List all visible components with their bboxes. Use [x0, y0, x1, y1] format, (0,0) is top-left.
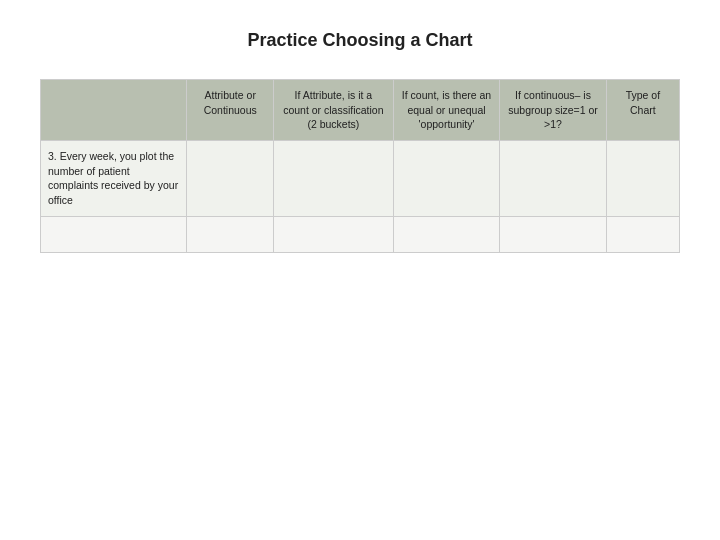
- page-container: Practice Choosing a Chart Attribute or C…: [0, 0, 720, 540]
- header-col-4: If continuous– is subgroup size=1 or >1?: [500, 80, 607, 141]
- row2-col6: [606, 216, 679, 252]
- row1-col1: 3. Every week, you plot the number of pa…: [41, 141, 187, 217]
- row2-col3: [273, 216, 393, 252]
- row2-col4: [393, 216, 500, 252]
- table-row: [41, 216, 680, 252]
- row1-col4: [393, 141, 500, 217]
- row2-col2: [187, 216, 274, 252]
- header-col-2: If Attribute, is it a count or classific…: [273, 80, 393, 141]
- row2-col1: [41, 216, 187, 252]
- row1-col3: [273, 141, 393, 217]
- row1-col6: [606, 141, 679, 217]
- header-col-1: Attribute or Continuous: [187, 80, 274, 141]
- chart-table: Attribute or Continuous If Attribute, is…: [40, 79, 680, 253]
- row1-col2: [187, 141, 274, 217]
- header-col-3: If count, is there an equal or unequal '…: [393, 80, 500, 141]
- header-col-0: [41, 80, 187, 141]
- header-col-5: Type of Chart: [606, 80, 679, 141]
- table-header-row: Attribute or Continuous If Attribute, is…: [41, 80, 680, 141]
- page-title: Practice Choosing a Chart: [40, 30, 680, 51]
- row2-col5: [500, 216, 607, 252]
- table-row: 3. Every week, you plot the number of pa…: [41, 141, 680, 217]
- row1-col5: [500, 141, 607, 217]
